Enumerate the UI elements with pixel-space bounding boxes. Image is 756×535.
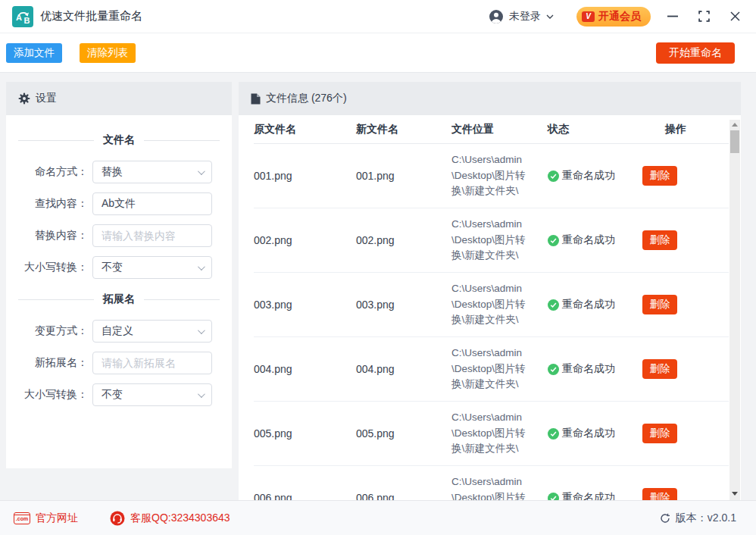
- cell-path: C:\Users\admin\Desktop\图片转换\新建文件夹\: [451, 474, 548, 500]
- success-check-icon: [548, 493, 559, 501]
- app-window: A B 优速文件批量重命名 未登录: [0, 0, 756, 535]
- new-extension-input[interactable]: [92, 352, 212, 374]
- fullscreen-icon: [698, 11, 710, 22]
- login-status-label: 未登录: [509, 10, 541, 23]
- close-button[interactable]: [730, 11, 740, 21]
- version-info: 版本：v2.0.1: [660, 512, 736, 525]
- table-header: 原文件名 新文件名 文件位置 状态 操作: [254, 115, 729, 144]
- scrollbar-thumb[interactable]: [730, 130, 739, 153]
- scroll-up-button[interactable]: [729, 120, 740, 130]
- table-row: 006.png 006.png C:\Users\admin\Desktop\图…: [254, 466, 729, 500]
- field-change-mode: 变更方式： 自定义: [18, 320, 220, 343]
- svg-text:A: A: [16, 13, 22, 22]
- add-files-button[interactable]: 添加文件: [6, 43, 62, 63]
- success-check-icon: [548, 171, 559, 182]
- section-extension: 拓展名: [18, 293, 220, 306]
- case-convert-ext-value: 不变: [102, 388, 123, 402]
- case-convert-ext-label: 大小写转换：: [18, 388, 88, 402]
- col-status: 状态: [548, 123, 642, 136]
- open-vip-button[interactable]: V 开通会员: [576, 7, 651, 27]
- main-area: 设置 文件名 命名方式： 替换 查找内容：: [0, 73, 756, 500]
- customer-service-icon: [110, 511, 125, 526]
- delete-button[interactable]: 删除: [642, 424, 677, 443]
- start-rename-button[interactable]: 开始重命名: [656, 42, 735, 64]
- cell-new: 002.png: [356, 234, 451, 246]
- delete-button[interactable]: 删除: [642, 488, 677, 500]
- table-scrollbar[interactable]: [729, 120, 740, 500]
- cell-action: 删除: [642, 359, 729, 379]
- cell-new: 004.png: [356, 363, 451, 375]
- cell-status: 重命名成功: [548, 298, 642, 311]
- delete-button[interactable]: 删除: [642, 359, 677, 379]
- case-convert-ext-select[interactable]: 不变: [92, 383, 212, 406]
- col-new: 新文件名: [356, 123, 451, 136]
- replace-content-input[interactable]: [92, 224, 212, 247]
- change-mode-select[interactable]: 自定义: [92, 320, 212, 343]
- cell-action: 删除: [642, 488, 729, 500]
- case-convert-name-select[interactable]: 不变: [92, 256, 212, 279]
- col-original: 原文件名: [254, 123, 356, 136]
- cell-original: 005.png: [254, 427, 356, 440]
- vip-icon: V: [582, 11, 595, 22]
- cell-original: 006.png: [254, 492, 356, 500]
- support-qq-link[interactable]: 客服QQ:3234303643: [110, 511, 230, 526]
- cell-new: 006.png: [356, 492, 451, 500]
- app-title: 优速文件批量重命名: [40, 9, 142, 23]
- login-menu[interactable]: 未登录: [489, 9, 554, 24]
- close-icon: [730, 11, 740, 21]
- success-check-icon: [548, 235, 559, 246]
- field-naming-mode: 命名方式： 替换: [18, 161, 220, 183]
- status-text: 重命名成功: [562, 362, 615, 376]
- scroll-down-button[interactable]: [729, 489, 740, 499]
- website-label: 官方网址: [36, 512, 78, 525]
- status-text: 重命名成功: [562, 427, 615, 440]
- user-avatar-icon: [489, 9, 504, 24]
- cell-path: C:\Users\admin\Desktop\图片转换\新建文件夹\: [451, 410, 548, 458]
- cell-original: 002.png: [254, 234, 356, 246]
- official-website-link[interactable]: .com 官方网址: [14, 512, 78, 525]
- find-content-input[interactable]: [92, 192, 212, 215]
- chevron-down-icon: [198, 167, 205, 175]
- chevron-down-icon: [198, 390, 205, 398]
- maximize-button[interactable]: [698, 11, 710, 22]
- titlebar: A B 优速文件批量重命名 未登录: [0, 0, 756, 33]
- vip-label: 开通会员: [598, 10, 641, 23]
- status-text: 重命名成功: [562, 233, 615, 247]
- divider: [144, 140, 220, 141]
- titlebar-right: 未登录 V 开通会员: [489, 7, 740, 27]
- cell-new: 005.png: [356, 427, 451, 440]
- minimize-button[interactable]: [667, 15, 678, 17]
- cell-path: C:\Users\admin\Desktop\图片转换\新建文件夹\: [451, 152, 548, 200]
- gear-icon: [18, 92, 30, 105]
- clear-list-button[interactable]: 清除列表: [80, 43, 136, 63]
- settings-form: 文件名 命名方式： 替换 查找内容： 替换内容：: [6, 115, 232, 406]
- footer: .com 官方网址 客服QQ:3234303643 版本：v2.0.1: [0, 500, 756, 535]
- settings-panel-title: 设置: [36, 92, 57, 105]
- field-case-convert-name: 大小写转换： 不变: [18, 256, 220, 279]
- delete-button[interactable]: 删除: [642, 230, 677, 250]
- delete-button[interactable]: 删除: [642, 295, 677, 314]
- version-label: 版本：v2.0.1: [676, 512, 736, 525]
- cell-status: 重命名成功: [548, 491, 642, 500]
- file-info-header: 文件信息 (276个): [239, 82, 741, 115]
- delete-button[interactable]: 删除: [642, 166, 677, 186]
- change-mode-value: 自定义: [102, 324, 133, 338]
- cell-original: 001.png: [254, 170, 356, 182]
- refresh-icon[interactable]: [660, 513, 670, 524]
- table-row: 004.png 004.png C:\Users\admin\Desktop\图…: [254, 337, 729, 402]
- table-row: 001.png 001.png C:\Users\admin\Desktop\图…: [254, 144, 729, 208]
- success-check-icon: [548, 299, 559, 311]
- document-icon: [251, 93, 261, 105]
- naming-mode-select[interactable]: 替换: [92, 161, 212, 183]
- field-replace-content: 替换内容：: [18, 224, 220, 247]
- status-text: 重命名成功: [562, 491, 615, 500]
- scroll-down-icon: [732, 492, 738, 496]
- cell-action: 删除: [642, 230, 729, 250]
- naming-mode-value: 替换: [102, 165, 123, 179]
- find-content-label: 查找内容：: [18, 197, 88, 211]
- case-convert-name-label: 大小写转换：: [18, 261, 88, 274]
- toolbar: 添加文件 清除列表 开始重命名: [0, 33, 756, 73]
- cell-new: 003.png: [356, 299, 451, 311]
- app-logo-icon: A B: [12, 6, 33, 27]
- field-new-extension: 新拓展名：: [18, 352, 220, 374]
